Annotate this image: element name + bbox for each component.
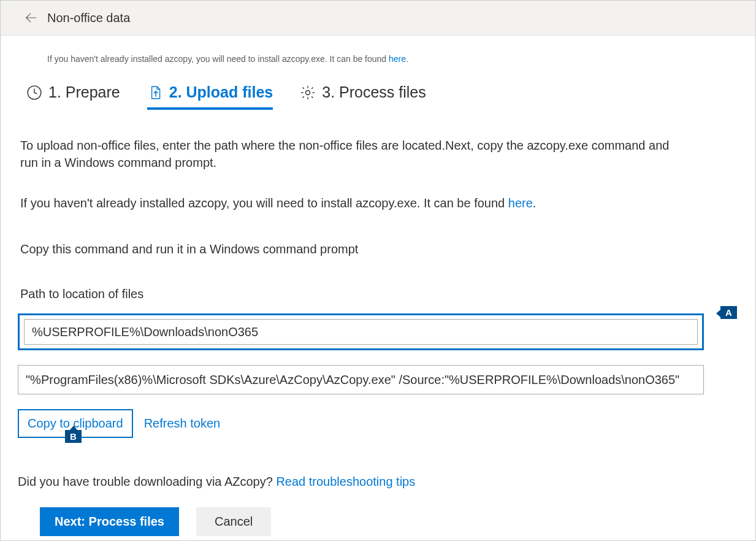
annotation-a: A <box>720 306 737 319</box>
trouble-prefix: Did you have trouble downloading via AZc… <box>18 475 276 488</box>
install-body-suffix: . <box>533 196 536 210</box>
back-arrow-icon[interactable] <box>20 7 41 28</box>
cancel-button[interactable]: Cancel <box>196 507 271 536</box>
step-tabs: 1. Prepare 2. Upload files 3. Process fi… <box>26 83 738 110</box>
troubleshooting-row: Did you have trouble downloading via AZc… <box>18 475 738 489</box>
page-header: Non-office data <box>1 1 755 36</box>
upload-file-icon <box>147 85 163 101</box>
svg-point-1 <box>306 90 310 94</box>
gear-icon <box>300 85 316 101</box>
command-display: "%ProgramFiles(x86)%\Microsoft SDKs\Azur… <box>18 365 704 394</box>
clock-icon <box>26 85 42 101</box>
install-hint-link[interactable]: here <box>389 54 406 64</box>
install-body-link[interactable]: here <box>508 196 533 210</box>
install-hint-text: If you haven't already installed azcopy,… <box>47 54 389 64</box>
refresh-token-link[interactable]: Refresh token <box>144 416 221 431</box>
step-process-label: 3. Process files <box>322 83 426 101</box>
page-title: Non-office data <box>47 11 130 25</box>
troubleshooting-link[interactable]: Read troubleshooting tips <box>276 475 415 488</box>
install-body-prefix: If you haven't already installed azcopy,… <box>20 196 508 210</box>
upload-instructions: To upload non-office files, enter the pa… <box>20 137 682 171</box>
path-input-focus-frame <box>18 313 704 350</box>
path-input[interactable] <box>24 319 698 345</box>
step-prepare[interactable]: 1. Prepare <box>26 83 120 110</box>
step-upload[interactable]: 2. Upload files <box>147 83 273 110</box>
step-process[interactable]: 3. Process files <box>300 83 426 110</box>
next-process-files-button[interactable]: Next: Process files <box>40 507 179 536</box>
step-prepare-label: 1. Prepare <box>48 83 120 101</box>
step-upload-label: 2. Upload files <box>169 83 273 101</box>
copy-command-instruction: Copy this command and run it in a Window… <box>20 242 738 256</box>
install-hint: If you haven't already installed azcopy,… <box>47 54 738 64</box>
path-field-label: Path to location of files <box>20 287 738 301</box>
install-hint-suffix: . <box>406 54 408 64</box>
annotation-b: B <box>65 430 82 443</box>
install-instructions-body: If you haven't already installed azcopy,… <box>20 194 682 212</box>
command-text: "%ProgramFiles(x86)%\Microsoft SDKs\Azur… <box>26 373 679 387</box>
